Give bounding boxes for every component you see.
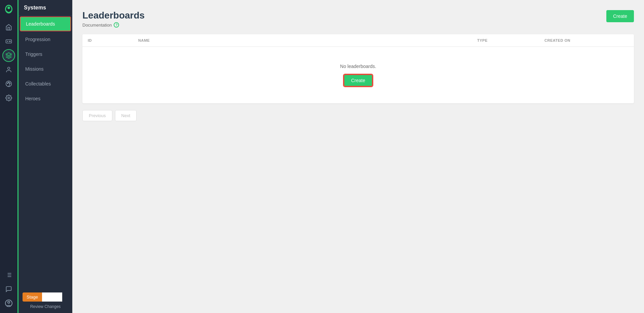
table-header: ID NAME TYPE CREATED ON — [82, 34, 634, 47]
app-logo[interactable] — [2, 3, 15, 16]
sidebar-bottom: Stage Review Changes — [18, 288, 72, 313]
bottom-icons — [2, 269, 15, 310]
next-button[interactable]: Next — [115, 110, 137, 121]
create-button-top[interactable]: Create — [606, 10, 634, 22]
sidebar-title: Systems — [18, 0, 72, 16]
avatar-icon[interactable] — [2, 297, 15, 310]
review-changes-link[interactable]: Review Changes — [23, 304, 68, 309]
chat-icon[interactable] — [2, 283, 15, 295]
col-created-on: CREATED ON — [544, 38, 629, 42]
stage-input[interactable] — [42, 292, 62, 302]
sidebar-item-progression[interactable]: Progression — [20, 33, 71, 46]
page-header: Leaderboards Documentation ? Create — [82, 10, 634, 28]
page-title-section: Leaderboards Documentation ? — [82, 10, 145, 28]
page-title: Leaderboards — [82, 10, 145, 21]
sidebar-item-heroes[interactable]: Heroes — [20, 92, 71, 105]
documentation-link[interactable]: Documentation ? — [82, 22, 145, 28]
svg-marker-6 — [6, 53, 12, 56]
empty-message: No leaderboards. — [89, 64, 627, 69]
svg-point-5 — [10, 41, 10, 42]
gamepad-icon[interactable] — [2, 35, 15, 48]
icon-sidebar — [0, 0, 18, 313]
sidebar-item-collectables[interactable]: Collectables — [20, 77, 71, 91]
pagination: Previous Next — [82, 110, 634, 121]
settings-icon[interactable] — [2, 92, 15, 104]
stage-bar: Stage — [23, 292, 68, 302]
create-button-center[interactable]: Create — [344, 74, 373, 86]
table-empty-state: No leaderboards. Create — [82, 47, 634, 103]
nav-sidebar: Systems Leaderboards Progression Trigger… — [18, 0, 72, 313]
main-content: Leaderboards Documentation ? Create ID N… — [72, 0, 644, 313]
home-icon[interactable] — [2, 21, 15, 34]
svg-point-12 — [8, 97, 10, 99]
sidebar-item-triggers[interactable]: Triggers — [20, 47, 71, 61]
svg-point-20 — [8, 301, 10, 303]
svg-rect-3 — [6, 40, 12, 43]
sidebar-item-missions[interactable]: Missions — [20, 62, 71, 76]
svg-point-7 — [8, 67, 10, 70]
svg-point-2 — [7, 7, 10, 9]
svg-point-11 — [9, 83, 10, 84]
stage-label: Stage — [23, 292, 42, 302]
user-icon[interactable] — [2, 63, 15, 76]
col-id: ID — [88, 38, 138, 42]
col-name: NAME — [138, 38, 477, 42]
list-icon[interactable] — [2, 269, 15, 281]
doc-link-text: Documentation — [82, 23, 112, 28]
layers-icon[interactable] — [2, 49, 15, 62]
documentation-icon: ? — [114, 22, 119, 28]
previous-button[interactable]: Previous — [82, 110, 112, 121]
svg-point-10 — [8, 82, 9, 83]
leaderboards-table: ID NAME TYPE CREATED ON No leaderboards.… — [82, 34, 634, 103]
col-type: TYPE — [477, 38, 544, 42]
svg-point-9 — [7, 83, 8, 84]
palette-icon[interactable] — [2, 77, 15, 90]
sidebar-item-leaderboards[interactable]: Leaderboards — [20, 16, 71, 31]
